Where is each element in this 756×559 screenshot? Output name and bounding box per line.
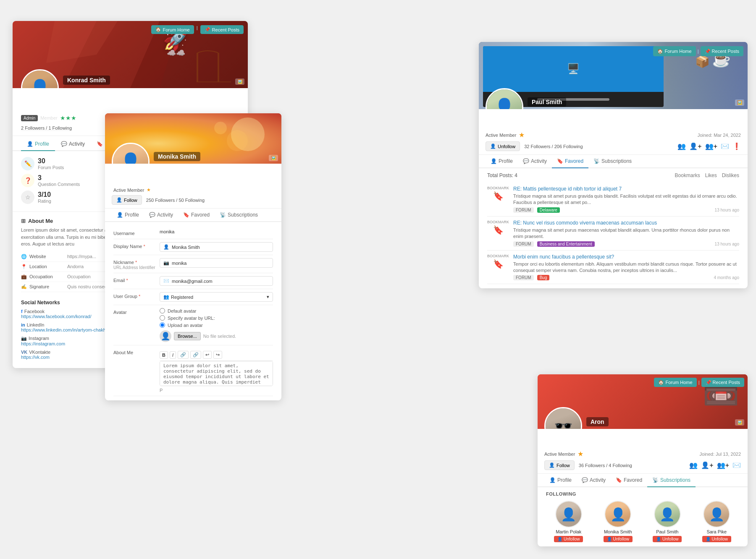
bookmark-icon-2[interactable]: 🔖 <box>493 225 504 235</box>
form-row-username: Username monika <box>113 226 273 239</box>
aron-icon-2[interactable]: 👤+ <box>701 461 713 469</box>
monika-follow-avatar: 👤 <box>604 501 631 528</box>
member-badge: Member <box>40 115 57 120</box>
aron-tab-activity[interactable]: 💬 Activity <box>577 474 611 487</box>
monika-follow-button[interactable]: 👤Follow <box>112 195 142 205</box>
bookmark-icon-1[interactable]: 🔖 <box>493 191 504 201</box>
avatar-default[interactable]: Default avatar <box>160 308 273 313</box>
martin-unfollow-button[interactable]: 👤Unfollow <box>554 536 583 542</box>
paul-unfollow-button[interactable]: 👤Unfollow <box>653 536 682 542</box>
forum-home-button[interactable]: 🏠Forum Home <box>151 25 194 34</box>
paul-forum-home[interactable]: 🏠 Forum Home <box>653 46 696 56</box>
displayname-input[interactable]: 👤Monika Smith <box>160 242 273 252</box>
avatar-upload[interactable]: Upload an avatar <box>160 322 273 328</box>
aron-tab-subscriptions[interactable]: 📡 Subscriptions <box>647 474 696 487</box>
aboutme-textarea[interactable]: Lorem ipsum dolor sit amet, consectetur … <box>160 361 273 386</box>
konrad-banner: 🚀 ☁️☁️ 🏠Forum Home | 📌Recent Posts <box>13 21 248 88</box>
paul-name: Paul Smith <box>528 97 566 107</box>
aron-follow-button[interactable]: 👤Follow <box>544 460 575 470</box>
editor-toolbar: B I 🔗 🔗 ↩ ↪ <box>160 348 273 361</box>
konrad-name: Konrad Smith <box>63 76 110 85</box>
action-icon-2[interactable]: 👤+ <box>689 142 701 150</box>
italic-button[interactable]: I <box>170 351 176 359</box>
paul-action-row: 👤Unfollow 32 Followers / 206 Following 👥… <box>479 140 748 155</box>
following-person-monika: 👤 Monika Smith 👤Unfollow <box>596 501 641 542</box>
sara-unfollow-button[interactable]: 👤Unfollow <box>702 536 731 542</box>
konrad-stars: ★★★ <box>60 115 76 121</box>
form-row-nickname: Nickname * URL Address Identifier 📷monik… <box>113 255 273 273</box>
bookmark-icon-3[interactable]: 🔖 <box>493 259 504 269</box>
recent-posts-button[interactable]: 📌Recent Posts <box>200 25 244 34</box>
monika-tab-subscriptions[interactable]: 📡 Subscriptions <box>215 209 263 222</box>
link-button[interactable]: 🔗 <box>178 351 189 359</box>
action-icon-1[interactable]: 👥 <box>677 142 686 150</box>
paul-profile-card: 🖥️ ☕ 📦 👤 Paul Smith 🏠 Forum Home | 📌 <box>479 42 748 288</box>
aron-tab-profile[interactable]: 👤 Profile <box>544 474 577 487</box>
paul-followers: 32 Followers / 206 Following <box>524 144 583 149</box>
nickname-input[interactable]: 📷monika <box>160 258 273 268</box>
paul-col-headers: Bookmarks Likes Dislikes <box>675 172 739 178</box>
monika-tabs: 👤 Profile 💬 Activity 🔖 Favored 📡 Subscri… <box>105 209 281 222</box>
action-icon-5[interactable]: ❗ <box>732 142 741 150</box>
link2-button[interactable]: 🔗 <box>190 351 201 359</box>
aron-icon-1[interactable]: 👥 <box>689 461 698 469</box>
bold-button[interactable]: B <box>160 351 168 359</box>
aron-profile-card: 📼 🕶️ Aron 🏠 Forum Home | 📌 Recent Posts … <box>538 374 748 546</box>
browse-button[interactable]: Browse... <box>174 332 201 340</box>
aron-forum-home[interactable]: 🏠 Forum Home <box>654 378 696 387</box>
aron-icon-3[interactable]: 👥+ <box>717 461 729 469</box>
bookmark-item-1: BOOKMARK 🔖 RE: Mattis pellentesque id ni… <box>487 183 739 217</box>
monika-unfollow-button[interactable]: 👤Unfollow <box>604 536 633 542</box>
following-grid: 👤 Martin Polak 👤Unfollow 👤 Monika Smith … <box>546 501 739 542</box>
paul-banner: 🖥️ ☕ 📦 👤 Paul Smith 🏠 Forum Home | 📌 <box>479 42 748 109</box>
bookmark-item-2: BOOKMARK 🔖 RE: Nunc vel risus commodo vi… <box>487 217 739 251</box>
avatar-url[interactable]: Specify avatar by URL: <box>160 315 273 321</box>
monika-edit-form: Username monika Display Name * 👤Monika S… <box>105 222 281 400</box>
form-row-avatar: Avatar Default avatar Specify avatar by … <box>113 305 273 345</box>
bookmark-item-3: BOOKMARK 🔖 Morbi enim nunc faucibus a pe… <box>487 251 739 285</box>
paul-avatar: 👤 <box>486 88 523 109</box>
monika-tab-favored[interactable]: 🔖 Favored <box>178 209 215 222</box>
aron-icon-4[interactable]: ✉️ <box>732 461 741 469</box>
paragraph-label: P <box>160 388 273 393</box>
forum-posts-icon: ✏️ <box>21 157 34 170</box>
konrad-followers: 2 Followers / 1 Following <box>21 125 72 131</box>
paul-star: ★ <box>519 131 525 139</box>
undo-button[interactable]: ↩ <box>203 351 212 359</box>
action-icon-3[interactable]: 👥+ <box>705 142 717 150</box>
monika-meta: Active Member ★ <box>105 184 281 194</box>
paul-tab-favored[interactable]: 🔖 Favored <box>552 155 588 168</box>
following-person-martin: 👤 Martin Polak 👤Unfollow <box>546 501 591 542</box>
bookmark-meta-1: FORUM Delaware 13 hours ago <box>513 207 739 213</box>
aron-tabs: 👤 Profile 💬 Activity 🔖 Favored 📡 Subscri… <box>538 474 748 487</box>
tab-activity[interactable]: 💬Activity <box>55 138 91 151</box>
bookmark-meta-3: FORUM Bug 4 months ago <box>513 275 739 280</box>
questions-icon: ❓ <box>21 174 34 187</box>
paul-tabs: 👤 Profile 💬 Activity 🔖 Favored 📡 Subscri… <box>479 155 748 168</box>
paul-recent-posts[interactable]: 📌 Recent Posts <box>701 46 743 56</box>
form-row-email: Email * ✉️monika@gmail.com <box>113 273 273 289</box>
usergroup-select[interactable]: 👥Registered ▾ <box>160 292 273 302</box>
monika-tab-activity[interactable]: 💬 Activity <box>144 209 178 222</box>
monika-tab-profile[interactable]: 👤 Profile <box>112 209 144 222</box>
following-person-sara: 👤 Sara Pike 👤Unfollow <box>694 501 740 542</box>
paul-member-type: Active Member <box>486 133 516 138</box>
email-input[interactable]: ✉️monika@gmail.com <box>160 276 273 286</box>
paul-tab-activity[interactable]: 💬 Activity <box>518 155 552 168</box>
aron-tab-favored[interactable]: 🔖 Favored <box>611 474 647 487</box>
paul-tab-profile[interactable]: 👤 Profile <box>486 155 518 168</box>
monika-followers: 250 Followers / 50 Following <box>146 198 205 203</box>
martin-avatar: 👤 <box>555 501 582 528</box>
redo-button[interactable]: ↪ <box>213 351 222 359</box>
tab-profile[interactable]: 👤Profile <box>21 138 55 151</box>
form-row-aboutme: About Me B I 🔗 🔗 ↩ ↪ Lorem ipsum dolor s… <box>113 345 273 396</box>
form-row-displayname: Display Name * 👤Monika Smith <box>113 239 273 255</box>
paul-unfollow-button[interactable]: 👤Unfollow <box>486 141 520 151</box>
form-row-usergroup: User Group * 👥Registered ▾ <box>113 289 273 305</box>
bookmark-meta-2: FORUM Business and Entertainment 13 hour… <box>513 241 739 247</box>
paul-tab-subscriptions[interactable]: 📡 Subscriptions <box>588 155 637 168</box>
monika-avatar: 👤 <box>112 143 150 164</box>
action-icon-4[interactable]: ✉️ <box>721 142 729 150</box>
aron-recent-posts[interactable]: 📌 Recent Posts <box>701 378 744 387</box>
paul-total-posts: Total Posts: 4 Bookmarks Likes Dislikes <box>487 172 739 178</box>
